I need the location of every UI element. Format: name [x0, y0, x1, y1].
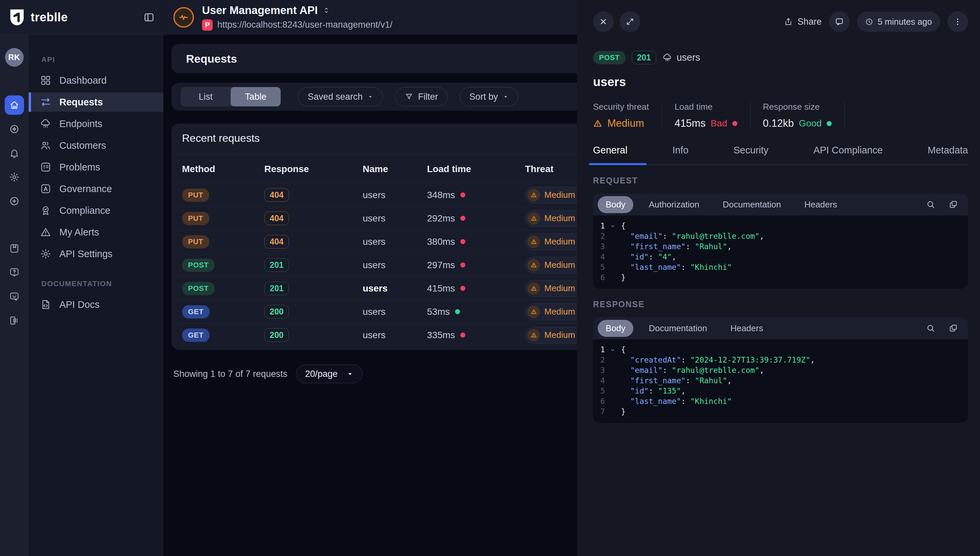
rail-help[interactable] — [5, 263, 24, 282]
rail-notifications[interactable] — [5, 144, 24, 163]
table-row[interactable]: PUT404users292msMedium — [171, 207, 577, 230]
body-tab-documentation[interactable]: Documentation — [641, 320, 715, 337]
close-button[interactable] — [593, 11, 614, 32]
user-avatar[interactable]: RK — [5, 48, 24, 67]
sidebar-item-compliance[interactable]: Compliance — [29, 201, 163, 220]
status-badge: 404 — [264, 188, 289, 202]
code-content: "last_name": "Khinchi" — [621, 396, 732, 407]
filter-button[interactable]: Filter — [395, 87, 448, 107]
sort-by-label: Sort by — [469, 92, 498, 102]
load-status-dot — [460, 286, 465, 291]
body-tab-authorization[interactable]: Authorization — [641, 196, 708, 213]
copy-icon — [949, 323, 958, 333]
bell-icon — [9, 148, 20, 158]
view-option-list[interactable]: List — [181, 87, 230, 107]
expand-button[interactable] — [620, 11, 640, 32]
stat-value: Medium — [607, 117, 644, 129]
stat-dot — [732, 121, 737, 126]
table-row[interactable]: PUT404users380msMedium — [171, 230, 577, 253]
stat-security-threat: Security threatMedium — [593, 102, 662, 129]
timestamp-pill[interactable]: 5 minutes ago — [857, 12, 940, 32]
load-time-value: 335ms — [427, 330, 455, 341]
search-icon[interactable] — [926, 323, 935, 333]
tab-api-compliance[interactable]: API Compliance — [813, 145, 883, 165]
grid-icon — [40, 75, 52, 86]
warning-icon — [527, 212, 540, 225]
line-number: 5 — [593, 386, 610, 396]
copy-icon[interactable] — [949, 323, 958, 333]
request-detail-drawer: Share 5 minutes ago POST 201 users users… — [577, 0, 980, 556]
center-column: User Management API P https://localhost:… — [163, 0, 577, 556]
line-number: 5 — [593, 262, 610, 273]
load-status-dot — [455, 309, 460, 314]
sidebar-item-problems[interactable]: Problems — [29, 157, 163, 177]
plus-circle-icon — [9, 196, 20, 207]
table-row[interactable]: GET200users335msMedium — [171, 323, 577, 346]
search-icon[interactable] — [926, 200, 935, 209]
project-avatar[interactable] — [173, 7, 194, 27]
fold-chevron-icon[interactable] — [610, 223, 621, 229]
sidebar-item-customers[interactable]: Customers — [29, 136, 163, 155]
column-header: Load time — [427, 164, 525, 175]
sidebar-item-api-settings[interactable]: API Settings — [29, 244, 163, 263]
share-button[interactable]: Share — [784, 17, 822, 27]
comment-button[interactable] — [829, 11, 849, 32]
view-option-table[interactable]: Table — [230, 87, 280, 107]
sidebar-item-api-docs[interactable]: API Docs — [29, 295, 163, 314]
more-options-button[interactable] — [947, 11, 968, 32]
tab-info[interactable]: Info — [672, 145, 688, 165]
code-content: "first_name": "Rahul", — [621, 375, 732, 386]
alert-triangle-icon — [593, 119, 602, 128]
body-tab-headers[interactable]: Headers — [722, 320, 771, 337]
body-tab-headers[interactable]: Headers — [796, 196, 845, 213]
status-badge: 200 — [264, 328, 289, 342]
sidebar-collapse-icon[interactable] — [143, 12, 155, 23]
table-row[interactable]: PUT404users348msMedium — [171, 183, 577, 207]
tab-security[interactable]: Security — [733, 145, 768, 165]
rail-home[interactable] — [5, 95, 24, 115]
request-name: users — [363, 260, 385, 270]
nav-section-label: API — [29, 55, 163, 64]
sort-by-button[interactable]: Sort by — [460, 87, 518, 107]
tab-metadata[interactable]: Metadata — [928, 145, 968, 165]
left-sidebar: treblle RK APIDashboardRequestsEndpoints… — [0, 0, 163, 556]
stat-value: 415ms — [675, 117, 706, 129]
rail-add[interactable] — [5, 191, 24, 211]
rail-feedback[interactable] — [5, 287, 24, 306]
sidebar-item-dashboard[interactable]: Dashboard — [29, 71, 163, 90]
body-tab-body[interactable]: Body — [598, 196, 633, 213]
stat-response-size: Response size0.12kbGood — [763, 102, 845, 129]
rail-library[interactable] — [5, 239, 24, 258]
filter-label: Filter — [418, 92, 438, 102]
response-body-card: BodyDocumentationHeaders 1{2 "createdAt"… — [593, 317, 968, 423]
rail-explore[interactable] — [5, 120, 24, 139]
load-time-value: 348ms — [427, 190, 455, 200]
sidebar-item-my-alerts[interactable]: My Alerts — [29, 223, 163, 242]
rail-settings[interactable] — [5, 167, 24, 187]
body-tab-body[interactable]: Body — [598, 320, 633, 337]
saved-search-button[interactable]: Saved search — [298, 87, 383, 107]
page-title-card: Requests — [171, 44, 577, 73]
threat-badge: Medium — [525, 210, 577, 227]
sidebar-item-requests[interactable]: Requests — [29, 92, 163, 112]
table-header-row: MethodResponseNameLoad timeThreat — [171, 154, 577, 183]
page-size-select[interactable]: 20/page — [296, 365, 363, 383]
table-row[interactable]: POST201users415msMedium — [171, 276, 577, 300]
project-switcher[interactable]: User Management API — [202, 4, 392, 17]
copy-icon[interactable] — [949, 200, 958, 209]
fold-chevron-icon[interactable] — [610, 347, 621, 353]
table-row[interactable]: POST201users297msMedium — [171, 253, 577, 276]
body-tab-documentation[interactable]: Documentation — [715, 196, 789, 213]
endpoint-link[interactable]: users — [662, 52, 700, 63]
sidebar-item-endpoints[interactable]: Endpoints — [29, 114, 163, 133]
table-row[interactable]: GET200users53msMedium — [171, 300, 577, 323]
sidebar-item-label: API Settings — [59, 249, 113, 260]
stat-label: Response size — [763, 102, 832, 112]
threat-badge: Medium — [525, 257, 577, 273]
sidebar-item-governance[interactable]: Governance — [29, 179, 163, 199]
sidebar-item-label: Customers — [59, 140, 106, 151]
stat-load-time: Load time415msBad — [675, 102, 750, 129]
method-badge: GET — [182, 305, 210, 318]
rail-apps[interactable] — [5, 311, 24, 330]
tab-general[interactable]: General — [593, 145, 627, 165]
